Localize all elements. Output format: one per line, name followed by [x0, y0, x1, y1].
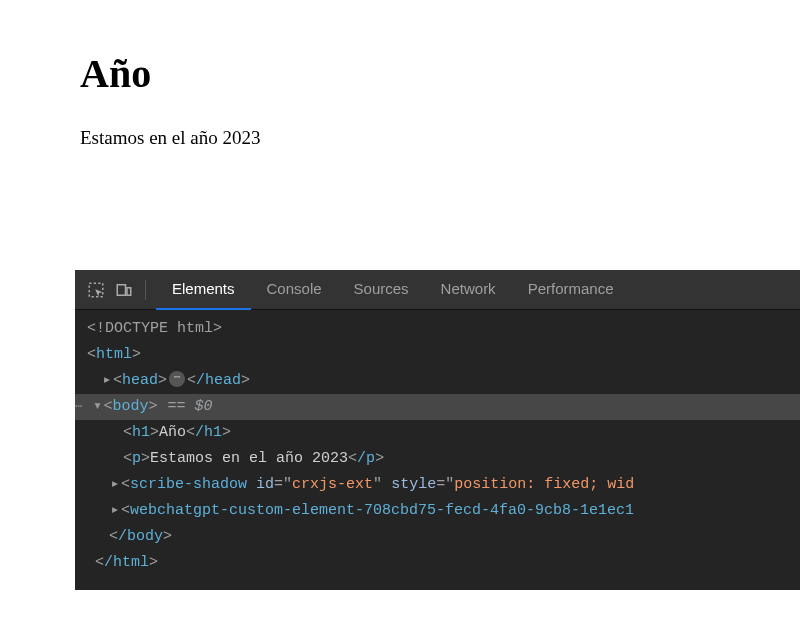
tab-sources[interactable]: Sources [338, 270, 425, 310]
dom-webchatgpt[interactable]: ▸<webchatgpt-custom-element-708cbd75-fec… [75, 498, 800, 524]
dom-html-open[interactable]: <html> [75, 342, 800, 368]
tab-performance[interactable]: Performance [512, 270, 630, 310]
dom-scribe-shadow[interactable]: ▸<scribe-shadow id="crxjs-ext" style="po… [75, 472, 800, 498]
selected-node-marker: == $0 [167, 398, 212, 415]
dom-tree[interactable]: <!DOCTYPE html> <html> ▸<head>⋯</head> ⋯… [75, 310, 800, 590]
devtools-panel: Elements Console Sources Network Perform… [75, 270, 800, 590]
svg-rect-1 [117, 284, 125, 295]
dom-h1[interactable]: <h1>Año</h1> [75, 420, 800, 446]
page-paragraph: Estamos en el año 2023 [80, 127, 800, 149]
dom-head[interactable]: ▸<head>⋯</head> [75, 368, 800, 394]
toolbar-separator [145, 280, 146, 300]
chevron-right-icon[interactable]: ▸ [109, 498, 121, 524]
dom-html-close[interactable]: </html> [75, 550, 800, 576]
chevron-right-icon[interactable]: ▸ [109, 472, 121, 498]
devtools-tabbar: Elements Console Sources Network Perform… [75, 270, 800, 310]
chevron-right-icon[interactable]: ▸ [101, 368, 113, 394]
tab-elements[interactable]: Elements [156, 270, 251, 310]
dom-body-open[interactable]: ⋯ ▾<body>== $0 [75, 394, 800, 420]
dom-body-close[interactable]: </body> [75, 524, 800, 550]
svg-rect-2 [127, 287, 131, 295]
page-content: Año Estamos en el año 2023 [0, 0, 800, 149]
tab-console[interactable]: Console [251, 270, 338, 310]
device-toolbar-icon[interactable] [115, 281, 133, 299]
collapsed-ellipsis-icon[interactable]: ⋯ [169, 371, 185, 387]
dom-p[interactable]: <p>Estamos en el año 2023</p> [75, 446, 800, 472]
tab-network[interactable]: Network [425, 270, 512, 310]
chevron-down-icon[interactable]: ▾ [91, 394, 103, 420]
page-heading: Año [80, 50, 800, 97]
dom-doctype[interactable]: <!DOCTYPE html> [75, 316, 800, 342]
inspect-element-icon[interactable] [87, 281, 105, 299]
